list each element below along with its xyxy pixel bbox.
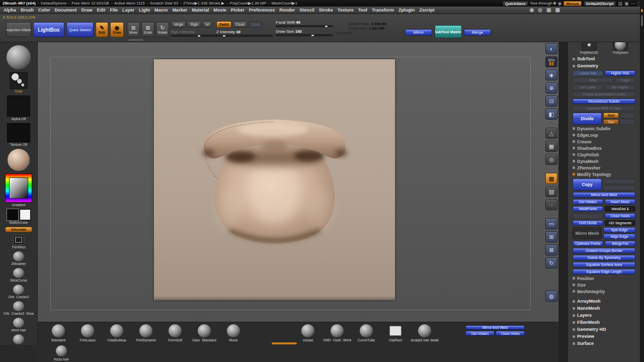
scale-mode-button[interactable]: ⊠ Scale [141, 22, 154, 37]
disabled-button[interactable] [573, 213, 603, 219]
cage-button[interactable]: Cage [615, 77, 635, 83]
alternate-slot[interactable]: Alternate [5, 227, 32, 232]
move-3d-button[interactable]: ⊞ [545, 231, 557, 242]
rgb-button[interactable]: Rgb [187, 21, 201, 28]
menu-item-material[interactable]: Material [192, 8, 209, 13]
menu-item-zscript[interactable]: Zscript [420, 8, 435, 13]
current-texture-slot[interactable]: Texture Off [7, 123, 30, 146]
secondary-color-swatch[interactable] [20, 209, 31, 220]
default-zscript-button[interactable]: DefaultZScript [584, 1, 616, 6]
section-header-nanomesh[interactable]: NanoMesh [573, 305, 635, 312]
floor-button[interactable]: ▦ [545, 141, 557, 152]
section-header-modify-topology[interactable]: Modify Topology [573, 171, 635, 177]
draw-size-track[interactable] [276, 34, 333, 36]
minimize-icon[interactable]: — [630, 1, 635, 6]
section-header-layers[interactable]: Layers [573, 312, 635, 319]
focal-shift-track[interactable] [276, 25, 333, 27]
aahalf-button[interactable]: ◧ [545, 109, 557, 120]
current-stroke-slot[interactable]: Dots [10, 72, 28, 93]
current-material-slot[interactable] [8, 149, 30, 171]
section-header-mesh-integrity[interactable]: MeshIntegrity [573, 288, 635, 295]
zoom-button[interactable]: ⊕ [545, 82, 557, 94]
material-flyout-icon[interactable]: ◉ [530, 8, 534, 13]
section-header-geometry[interactable]: Geometry [573, 62, 635, 69]
shortcut-short-hair[interactable]: short hair [11, 318, 26, 332]
section-header-preview[interactable]: Preview [573, 333, 635, 340]
merge-tris-button[interactable]: MergeTris [605, 241, 635, 246]
brush-item-frizzy-hair[interactable]: frizzy hair [47, 345, 76, 361]
spin-edge-button[interactable]: Spin Edge [603, 227, 635, 233]
menu-item-picker[interactable]: Picker [231, 8, 245, 13]
menu-item-tool[interactable]: Tool [358, 8, 367, 13]
del-lower-button[interactable]: Del Lower [573, 84, 603, 90]
convert-bpr-button[interactable]: Convert BPR To Geo [573, 106, 635, 111]
actual-size-button[interactable]: ⊡ [545, 96, 557, 107]
shortcut-trimrect[interactable]: TrimRect [12, 235, 26, 249]
draw-size-handle[interactable] [311, 34, 314, 37]
transparency-button[interactable]: ▨ [545, 186, 557, 197]
menu-item-edit[interactable]: Edit [97, 8, 106, 13]
shortcut-zmodeler[interactable]: ZModeler [11, 251, 26, 265]
menu-item-color[interactable]: Color [38, 8, 50, 13]
zadd-button[interactable]: Zadd [216, 21, 231, 28]
gradient-toggle[interactable]: Gradient [12, 203, 26, 207]
close-holes-quick-button[interactable]: Close Holes [496, 331, 525, 336]
brush-item-straight-hair[interactable]: straight hair detail [410, 324, 439, 342]
tray-scrollbar-handle[interactable] [272, 342, 297, 344]
menu-item-stencil[interactable]: Stencil [299, 8, 314, 13]
scale-3d-button[interactable]: ⊠ [545, 244, 557, 255]
polyframe-button[interactable]: ▩ [545, 173, 557, 184]
document-icon[interactable]: ▤ [618, 1, 622, 6]
brush-item-formsoft[interactable]: FormSoft [160, 324, 190, 342]
sculpted-model[interactable] [154, 59, 395, 300]
menu-item-zplugin[interactable]: Zplugin [398, 8, 415, 13]
copy-button[interactable]: Copy [573, 178, 602, 191]
menu-item-draw[interactable]: Draw [82, 8, 93, 13]
welddist-slider[interactable]: WeldDist1 [605, 206, 635, 212]
sdiv-slider[interactable]: SDiv [573, 77, 613, 83]
menu-item-file[interactable]: File [110, 8, 118, 13]
section-header-size[interactable]: Size [573, 282, 635, 288]
section-header-claypolish[interactable]: ClayPolish [573, 151, 635, 158]
align-edge-button[interactable]: Align Edge [603, 234, 635, 239]
brush-item-claybuildup[interactable]: ClayBuildup [102, 324, 131, 342]
equalize-surface-area-button[interactable]: Equalize Surface Area [573, 262, 635, 267]
equalize-edge-length-button[interactable]: Equalize Edge Length [573, 269, 635, 275]
menu-item-layer[interactable]: Layer [122, 8, 134, 13]
local-symmetry-button[interactable]: ◎ [545, 154, 557, 165]
micro-mesh-slot[interactable]: Micro Mesh [573, 227, 602, 239]
focal-shift-slider[interactable]: Focal Shift 46 [276, 20, 333, 27]
color-picker-hue-icon[interactable] [5, 173, 32, 203]
menu-item-alpha[interactable]: Alpha [4, 8, 16, 13]
tray-divider[interactable] [558, 42, 568, 362]
mirror-and-weld-quick-button[interactable]: Mirror And Weld [465, 325, 525, 330]
mrgb-button[interactable]: Mrgb [171, 21, 186, 28]
menu-item-document[interactable]: Document [55, 8, 77, 13]
section-header-dynamesh[interactable]: DynaMesh [573, 158, 635, 164]
brush-item-trimlasso[interactable]: TrimLasso [73, 324, 102, 342]
draw-size-slider[interactable]: Draw Size 192 [276, 29, 333, 36]
zoom-3d-button[interactable]: ◍ [545, 291, 557, 302]
quick-sketch-button[interactable]: Quick Sketch [66, 22, 94, 37]
stencil-flyout-icon[interactable]: ▣ [546, 8, 551, 13]
menus-button[interactable]: Menus [564, 1, 581, 6]
delete-by-symmetry-button[interactable]: Delete By Symmetry [573, 255, 635, 260]
section-header-shadowbox[interactable]: ShadowBox [573, 145, 635, 151]
shortcut-orb-cracks3[interactable]: Orb_Cracks3_Slow [4, 301, 34, 315]
section-header-arraymesh[interactable]: ArrayMesh [573, 298, 635, 305]
disabled-button[interactable] [620, 119, 635, 125]
menu-item-transform[interactable]: Transform [372, 8, 394, 13]
smt-button[interactable]: Smt [603, 113, 619, 118]
z-intensity-track[interactable] [216, 35, 273, 37]
shortcut-slicecurve[interactable]: SliceCurve [10, 268, 27, 282]
brush-item-crease[interactable]: crease [293, 324, 323, 342]
color-picker[interactable]: Gradient [5, 173, 32, 207]
subtool-master-button[interactable]: SubTool Master [435, 25, 462, 38]
sculpt-canvas[interactable] [38, 42, 558, 322]
section-header-fibermesh[interactable]: FiberMesh [573, 319, 635, 326]
section-header-crease[interactable]: Crease [573, 138, 635, 145]
material-sphere-icon[interactable]: ◉ [558, 1, 562, 6]
frame-button[interactable]: ▭ [545, 218, 557, 229]
lightbox-button[interactable]: LightBox [33, 22, 64, 37]
shelf-grip-handle[interactable] [128, 39, 143, 41]
